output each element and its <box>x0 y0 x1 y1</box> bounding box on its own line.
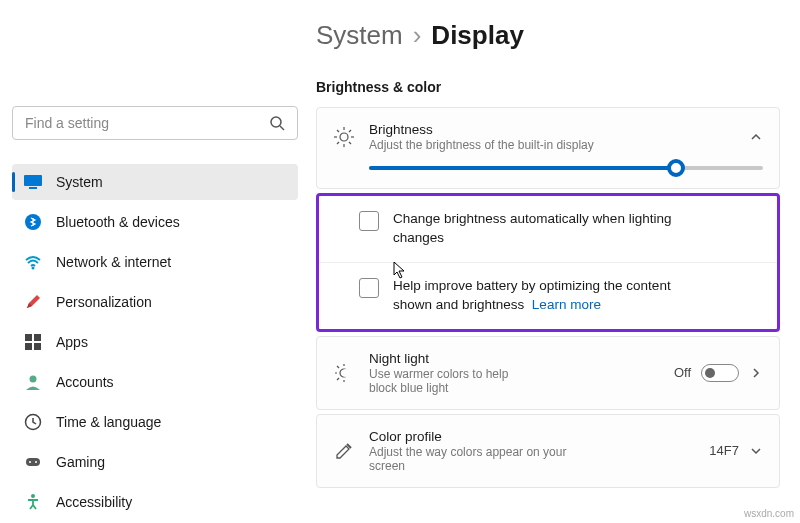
brightness-subtitle: Adjust the brightness of the built-in di… <box>369 138 735 152</box>
svg-point-10 <box>30 376 37 383</box>
chevron-right-icon: › <box>413 20 422 51</box>
chevron-down-icon[interactable] <box>749 444 763 458</box>
svg-line-23 <box>337 142 339 144</box>
eyedropper-icon <box>333 440 355 462</box>
slider-thumb[interactable] <box>667 159 685 177</box>
sidebar-item-label: Personalization <box>56 294 152 310</box>
sidebar-item-label: Gaming <box>56 454 105 470</box>
sidebar-item-label: Time & language <box>56 414 161 430</box>
highlighted-options: Change brightness automatically when lig… <box>316 193 780 332</box>
brightness-card: Brightness Adjust the brightness of the … <box>316 107 780 189</box>
sidebar-item-system[interactable]: System <box>12 164 298 200</box>
paintbrush-icon <box>24 293 42 311</box>
main-content: System › Display Brightness & color Brig… <box>310 0 800 523</box>
color-profile-subtitle: Adjust the way colors appear on yourscre… <box>369 445 695 473</box>
svg-rect-8 <box>25 343 32 350</box>
svg-rect-6 <box>25 334 32 341</box>
bluetooth-icon <box>24 213 42 231</box>
sidebar-item-bluetooth[interactable]: Bluetooth & devices <box>12 204 298 240</box>
breadcrumb: System › Display <box>316 20 780 51</box>
battery-optimize-label: Help improve battery by optimizing the c… <box>393 277 671 315</box>
svg-rect-2 <box>24 175 42 186</box>
sidebar-item-label: Accounts <box>56 374 114 390</box>
sidebar-item-accessibility[interactable]: Accessibility <box>12 484 298 520</box>
brightness-row[interactable]: Brightness Adjust the brightness of the … <box>317 108 779 166</box>
night-light-title: Night light <box>369 351 660 366</box>
learn-more-link[interactable]: Learn more <box>532 297 601 312</box>
night-light-icon <box>333 362 355 384</box>
color-profile-card[interactable]: Color profile Adjust the way colors appe… <box>316 414 780 488</box>
sidebar-item-apps[interactable]: Apps <box>12 324 298 360</box>
search-input[interactable] <box>25 115 269 131</box>
chevron-up-icon[interactable] <box>749 130 763 144</box>
sidebar-item-time-language[interactable]: Time & language <box>12 404 298 440</box>
svg-point-16 <box>340 133 348 141</box>
svg-point-14 <box>35 461 37 463</box>
svg-rect-3 <box>29 187 37 189</box>
accessibility-icon <box>24 493 42 511</box>
svg-line-31 <box>337 378 339 380</box>
svg-line-21 <box>337 130 339 132</box>
clock-icon <box>24 413 42 431</box>
watermark: wsxdn.com <box>744 508 794 519</box>
svg-line-1 <box>280 126 284 130</box>
system-icon <box>24 173 42 191</box>
section-title: Brightness & color <box>316 79 780 95</box>
svg-point-5 <box>32 267 35 270</box>
night-light-card[interactable]: Night light Use warmer colors to helpblo… <box>316 336 780 410</box>
brightness-slider[interactable] <box>369 166 763 170</box>
svg-line-22 <box>349 142 351 144</box>
battery-optimize-row[interactable]: Help improve battery by optimizing the c… <box>319 263 777 329</box>
sidebar-item-network[interactable]: Network & internet <box>12 244 298 280</box>
svg-line-24 <box>349 130 351 132</box>
sidebar-item-label: Bluetooth & devices <box>56 214 180 230</box>
search-icon <box>269 115 285 131</box>
svg-point-13 <box>29 461 31 463</box>
svg-point-26 <box>342 369 350 377</box>
svg-line-30 <box>337 366 339 368</box>
brightness-title: Brightness <box>369 122 735 137</box>
color-profile-title: Color profile <box>369 429 695 444</box>
breadcrumb-parent[interactable]: System <box>316 20 403 51</box>
search-input-container[interactable] <box>12 106 298 140</box>
night-light-toggle[interactable] <box>701 364 739 382</box>
chevron-right-icon[interactable] <box>749 366 763 380</box>
sidebar-item-label: Network & internet <box>56 254 171 270</box>
auto-brightness-label: Change brightness automatically when lig… <box>393 210 671 248</box>
sidebar-item-accounts[interactable]: Accounts <box>12 364 298 400</box>
gaming-icon <box>24 453 42 471</box>
wifi-icon <box>24 253 42 271</box>
night-light-state: Off <box>674 365 691 380</box>
accounts-icon <box>24 373 42 391</box>
battery-optimize-checkbox[interactable] <box>359 278 379 298</box>
sidebar-item-label: Accessibility <box>56 494 132 510</box>
apps-icon <box>24 333 42 351</box>
auto-brightness-checkbox[interactable] <box>359 211 379 231</box>
sidebar-item-label: Apps <box>56 334 88 350</box>
svg-rect-9 <box>34 343 41 350</box>
sidebar-item-label: System <box>56 174 103 190</box>
svg-rect-7 <box>34 334 41 341</box>
sidebar-item-gaming[interactable]: Gaming <box>12 444 298 480</box>
sidebar-item-personalization[interactable]: Personalization <box>12 284 298 320</box>
night-light-subtitle: Use warmer colors to helpblock blue ligh… <box>369 367 660 395</box>
auto-brightness-row[interactable]: Change brightness automatically when lig… <box>319 196 777 263</box>
brightness-icon <box>333 126 355 148</box>
svg-point-15 <box>31 494 35 498</box>
sidebar: System Bluetooth & devices Network & int… <box>0 0 310 523</box>
color-profile-value: 14F7 <box>709 443 739 458</box>
svg-rect-12 <box>26 458 40 466</box>
breadcrumb-current: Display <box>431 20 524 51</box>
svg-point-0 <box>271 117 281 127</box>
